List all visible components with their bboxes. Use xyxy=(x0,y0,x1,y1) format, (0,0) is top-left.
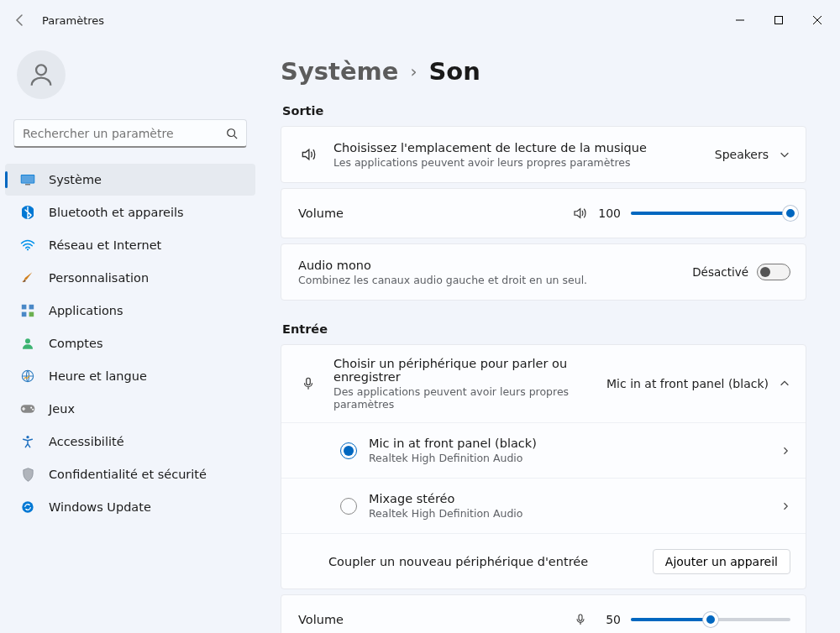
accessibility-icon xyxy=(18,432,37,451)
mono-toggle[interactable] xyxy=(757,264,790,280)
avatar[interactable] xyxy=(17,50,66,99)
input-device-card: Choisir un périphérique pour parler ou e… xyxy=(281,344,806,589)
nav-item-accessibility[interactable]: Accessibilité xyxy=(5,426,255,458)
mono-sub: Combinez les canaux audio gauche et droi… xyxy=(298,274,692,286)
nav-item-shield[interactable]: Confidentialité et sécurité xyxy=(5,458,255,490)
chevron-up-icon[interactable] xyxy=(779,378,790,390)
svg-rect-9 xyxy=(29,305,34,310)
input-volume-slider[interactable] xyxy=(631,618,790,621)
brush-icon xyxy=(18,269,37,287)
svg-point-16 xyxy=(32,409,34,411)
svg-rect-20 xyxy=(579,615,582,620)
nav-item-system[interactable]: Système xyxy=(5,164,255,196)
input-volume-card: Volume 50 xyxy=(281,594,806,633)
nav-item-update[interactable]: Windows Update xyxy=(5,491,255,523)
svg-point-1 xyxy=(36,65,46,75)
chevron-right-icon: › xyxy=(410,61,417,81)
breadcrumb-parent[interactable]: Système xyxy=(281,57,398,86)
input-device-title: Choisir un périphérique pour parler ou e… xyxy=(333,357,606,384)
volume-icon[interactable] xyxy=(572,206,587,221)
radio-unselected[interactable] xyxy=(340,498,357,515)
mic-icon xyxy=(297,376,320,391)
chevron-down-icon[interactable] xyxy=(779,149,790,160)
sidebar: SystèmeBluetooth et appareilsRéseau et I… xyxy=(0,40,260,633)
svg-rect-4 xyxy=(22,175,34,183)
window-title: Paramètres xyxy=(37,14,104,27)
chevron-right-icon[interactable] xyxy=(780,446,790,456)
input-volume-value: 50 xyxy=(597,613,621,626)
input-option-1-name: Mixage stéréo xyxy=(369,492,780,505)
input-option-0[interactable]: Mic in at front panel (black) Realtek Hi… xyxy=(281,422,806,478)
input-volume-label: Volume xyxy=(297,613,574,626)
main-content: Système › Son Sortie Choisissez l'emplac… xyxy=(260,40,840,633)
nav-item-label: Jeux xyxy=(49,402,75,416)
breadcrumb: Système › Son xyxy=(281,57,806,86)
maximize-button[interactable] xyxy=(759,7,798,34)
apps-icon xyxy=(18,301,37,320)
output-device-sub: Les applications peuvent avoir leurs pro… xyxy=(333,156,715,169)
input-option-1-driver: Realtek High Definition Audio xyxy=(369,507,780,520)
close-button[interactable] xyxy=(798,7,837,34)
output-device-title: Choisissez l'emplacement de lecture de l… xyxy=(333,141,715,154)
search-input[interactable] xyxy=(13,119,247,148)
nav-item-brush[interactable]: Personnalisation xyxy=(5,262,255,294)
nav-item-game[interactable]: Jeux xyxy=(5,393,255,425)
svg-rect-5 xyxy=(25,184,30,185)
mic-icon[interactable] xyxy=(574,613,587,626)
svg-point-15 xyxy=(30,407,32,409)
speaker-icon xyxy=(297,146,320,163)
svg-rect-10 xyxy=(22,312,27,317)
output-volume-card: Volume 100 xyxy=(281,188,806,238)
svg-point-12 xyxy=(25,338,30,343)
nav-item-wifi[interactable]: Réseau et Internet xyxy=(5,229,255,261)
radio-selected[interactable] xyxy=(340,442,357,459)
mono-title: Audio mono xyxy=(298,259,692,272)
nav-item-globe[interactable]: Heure et langue xyxy=(5,360,255,392)
nav-item-label: Comptes xyxy=(49,337,103,350)
nav-list: SystèmeBluetooth et appareilsRéseau et I… xyxy=(0,163,260,524)
nav-item-label: Personnalisation xyxy=(49,271,149,285)
chevron-right-icon[interactable] xyxy=(780,501,790,511)
input-device-value: Mic in at front panel (black) xyxy=(606,377,779,390)
mono-audio-card: Audio mono Combinez les canaux audio gau… xyxy=(281,243,806,301)
minimize-button[interactable] xyxy=(721,7,759,34)
output-section-label: Sortie xyxy=(282,104,806,118)
input-section-label: Entrée xyxy=(282,322,806,336)
shield-icon xyxy=(18,465,37,484)
svg-point-2 xyxy=(228,128,235,136)
person-icon xyxy=(18,334,37,353)
bluetooth-icon xyxy=(18,203,37,222)
system-icon xyxy=(18,170,37,189)
svg-rect-11 xyxy=(29,312,34,317)
input-device-sub: Des applications peuvent avoir leurs pro… xyxy=(333,385,606,411)
search-field[interactable] xyxy=(23,127,226,140)
search-icon xyxy=(226,128,238,139)
globe-icon xyxy=(18,367,37,385)
input-option-0-driver: Realtek High Definition Audio xyxy=(369,452,780,464)
add-device-button[interactable]: Ajouter un appareil xyxy=(653,549,790,574)
wifi-icon xyxy=(18,236,37,254)
nav-item-label: Système xyxy=(49,173,102,186)
input-option-1[interactable]: Mixage stéréo Realtek High Definition Au… xyxy=(281,478,806,533)
back-button[interactable] xyxy=(3,3,37,37)
game-icon xyxy=(18,400,37,418)
mono-state-label: Désactivé xyxy=(692,265,748,279)
update-icon xyxy=(18,498,37,516)
nav-item-bluetooth[interactable]: Bluetooth et appareils xyxy=(5,196,255,228)
nav-item-person[interactable]: Comptes xyxy=(5,327,255,359)
output-volume-slider[interactable] xyxy=(631,212,790,215)
input-device-row[interactable]: Choisir un périphérique pour parler ou e… xyxy=(281,345,806,422)
svg-rect-19 xyxy=(307,378,311,385)
breadcrumb-current: Son xyxy=(428,57,480,86)
pair-device-row: Coupler un nouveau périphérique d'entrée… xyxy=(281,533,806,589)
output-device-value: Speakers xyxy=(715,148,779,161)
nav-item-label: Réseau et Internet xyxy=(49,238,161,252)
nav-item-label: Windows Update xyxy=(49,500,151,514)
nav-item-label: Accessibilité xyxy=(49,435,124,448)
output-device-card[interactable]: Choisissez l'emplacement de lecture de l… xyxy=(281,126,806,183)
nav-item-label: Applications xyxy=(49,304,123,317)
nav-item-label: Heure et langue xyxy=(49,369,147,383)
nav-item-label: Bluetooth et appareils xyxy=(49,206,184,219)
nav-item-apps[interactable]: Applications xyxy=(5,295,255,327)
svg-rect-0 xyxy=(775,17,783,24)
